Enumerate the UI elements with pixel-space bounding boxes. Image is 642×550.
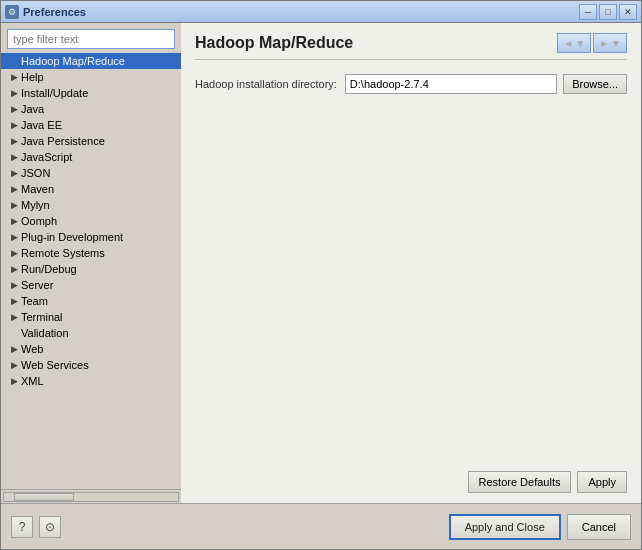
cancel-button[interactable]: Cancel [567,514,631,540]
title-bar: ⚙ Preferences ─ □ ✕ [1,1,641,23]
back-icon: ◄ [563,38,573,49]
footer: ? ⊙ Apply and Close Cancel [1,503,641,549]
tree-item-label: Terminal [21,311,177,323]
tree-item-label: Install/Update [21,87,177,99]
tree-item-label: Plug-in Development [21,231,177,243]
forward-icon: ► [599,38,609,49]
filter-input[interactable] [7,29,175,49]
back-dropdown-icon: ▼ [575,38,585,49]
tree-view: Hadoop Map/Reduce▶Help▶Install/Update▶Ja… [1,53,181,489]
scroll-track[interactable] [3,492,179,502]
tree-arrow-icon: ▶ [7,294,21,308]
tree-arrow-icon: ▶ [7,70,21,84]
maximize-button[interactable]: □ [599,4,617,20]
tree-item-label: Maven [21,183,177,195]
sidebar: Hadoop Map/Reduce▶Help▶Install/Update▶Ja… [1,23,181,503]
tree-item-label: Run/Debug [21,263,177,275]
tree-arrow-icon: ▶ [7,166,21,180]
tree-arrow-icon: ▶ [7,86,21,100]
main-content: Hadoop Map/Reduce▶Help▶Install/Update▶Ja… [1,23,641,549]
tree-item-label: Mylyn [21,199,177,211]
tree-item-label: XML [21,375,177,387]
tree-item-label: Web Services [21,359,177,371]
tree-arrow-icon: ▶ [7,182,21,196]
tree-item-label: Server [21,279,177,291]
hadoop-dir-label: Hadoop installation directory: [195,78,337,90]
hadoop-dir-input[interactable] [345,74,557,94]
tree-item[interactable]: ▶Remote Systems [1,245,181,261]
horizontal-scrollbar[interactable] [1,489,181,503]
tree-arrow-icon: ▶ [7,358,21,372]
tree-arrow-icon: ▶ [7,262,21,276]
panel-spacer [195,104,627,463]
close-button[interactable]: ✕ [619,4,637,20]
tree-item[interactable]: ▶Plug-in Development [1,229,181,245]
tree-arrow-icon: ▶ [7,230,21,244]
tree-item[interactable]: Validation [1,325,181,341]
tree-item-label: Validation [21,327,177,339]
nav-buttons: ◄ ▼ ► ▼ [557,33,627,53]
tree-item-label: Java EE [21,119,177,131]
restore-defaults-button[interactable]: Restore Defaults [468,471,572,493]
tree-item[interactable]: ▶Web Services [1,357,181,373]
tree-item[interactable]: ▶Oomph [1,213,181,229]
tree-item[interactable]: ▶JSON [1,165,181,181]
tree-item[interactable]: ▶Server [1,277,181,293]
apply-button[interactable]: Apply [577,471,627,493]
tree-item[interactable]: ▶Help [1,69,181,85]
tree-arrow-icon: ▶ [7,310,21,324]
tree-item[interactable]: ▶Install/Update [1,85,181,101]
tree-arrow-icon [7,54,21,68]
tree-arrow-icon: ▶ [7,198,21,212]
forward-dropdown-icon: ▼ [611,38,621,49]
tree-item-label: Team [21,295,177,307]
tree-arrow-icon: ▶ [7,342,21,356]
tree-arrow-icon [7,326,21,340]
minimize-button[interactable]: ─ [579,4,597,20]
window-title: Preferences [23,6,579,18]
tree-arrow-icon: ▶ [7,246,21,260]
tree-item[interactable]: ▶Java Persistence [1,133,181,149]
panel-bottom-buttons: Restore Defaults Apply [195,463,627,493]
tree-arrow-icon: ▶ [7,118,21,132]
panel-header: Hadoop Map/Reduce ◄ ▼ ► ▼ [195,33,627,60]
tree-item[interactable]: ▶Maven [1,181,181,197]
hadoop-dir-row: Hadoop installation directory: Browse... [195,74,627,94]
tree-item[interactable]: Hadoop Map/Reduce [1,53,181,69]
title-bar-buttons: ─ □ ✕ [579,4,637,20]
tree-item[interactable]: ▶Java [1,101,181,117]
tree-item-label: Help [21,71,177,83]
tree-item[interactable]: ▶Java EE [1,117,181,133]
tree-arrow-icon: ▶ [7,150,21,164]
body-area: Hadoop Map/Reduce▶Help▶Install/Update▶Ja… [1,23,641,503]
tree-item[interactable]: ▶Team [1,293,181,309]
tree-item-label: Hadoop Map/Reduce [21,55,177,67]
scroll-thumb[interactable] [14,493,74,501]
tree-item-label: Java [21,103,177,115]
tree-arrow-icon: ▶ [7,214,21,228]
tree-arrow-icon: ▶ [7,102,21,116]
right-panel: Hadoop Map/Reduce ◄ ▼ ► ▼ Hadoop install… [181,23,641,503]
tree-item[interactable]: ▶XML [1,373,181,389]
apply-close-button[interactable]: Apply and Close [449,514,561,540]
tree-item[interactable]: ▶JavaScript [1,149,181,165]
tree-arrow-icon: ▶ [7,278,21,292]
footer-left: ? ⊙ [11,516,61,538]
back-button[interactable]: ◄ ▼ [557,33,591,53]
help-button[interactable]: ? [11,516,33,538]
tree-item-label: Java Persistence [21,135,177,147]
window-icon: ⚙ [5,5,19,19]
forward-button[interactable]: ► ▼ [593,33,627,53]
tree-item-label: JavaScript [21,151,177,163]
tree-item[interactable]: ▶Run/Debug [1,261,181,277]
tree-item[interactable]: ▶Terminal [1,309,181,325]
panel-title: Hadoop Map/Reduce [195,34,353,52]
settings-button[interactable]: ⊙ [39,516,61,538]
browse-button[interactable]: Browse... [563,74,627,94]
tree-item[interactable]: ▶Web [1,341,181,357]
tree-item-label: Remote Systems [21,247,177,259]
preferences-window: ⚙ Preferences ─ □ ✕ Hadoop Map/Reduce▶He… [0,0,642,550]
tree-item-label: JSON [21,167,177,179]
tree-item[interactable]: ▶Mylyn [1,197,181,213]
tree-item-label: Web [21,343,177,355]
